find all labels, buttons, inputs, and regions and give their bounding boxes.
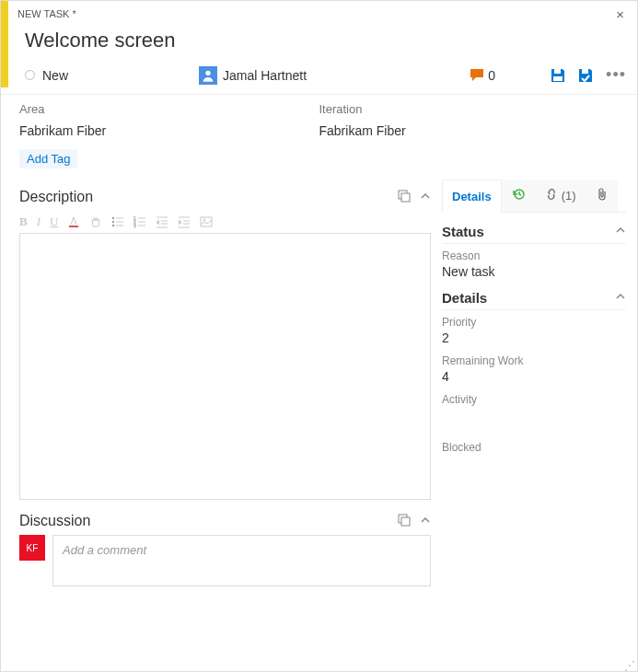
rte-underline-button[interactable]: U: [50, 214, 58, 229]
description-maximize-icon[interactable]: [398, 190, 411, 205]
add-tag-button[interactable]: Add Tag: [19, 149, 77, 168]
blocked-label: Blocked: [442, 441, 626, 454]
rte-italic-button[interactable]: I: [37, 214, 41, 229]
comment-count[interactable]: 0: [470, 68, 495, 83]
svg-text:3: 3: [133, 223, 136, 228]
current-user-avatar: KF: [19, 535, 45, 561]
rte-number-button[interactable]: 123: [133, 215, 146, 228]
svg-point-9: [112, 221, 114, 223]
reason-field[interactable]: New task: [442, 264, 626, 279]
tab-links[interactable]: (1): [535, 180, 586, 212]
remaining-work-field[interactable]: 4: [442, 369, 626, 384]
state-indicator-icon: [25, 70, 35, 80]
discussion-maximize-icon[interactable]: [398, 514, 411, 529]
description-heading: Description: [19, 189, 93, 205]
svg-rect-2: [553, 76, 563, 81]
attachment-icon: [597, 188, 608, 203]
rte-bold-button[interactable]: B: [19, 214, 28, 229]
rte-outdent-button[interactable]: [156, 215, 168, 228]
resize-handle-icon: ⋰: [624, 662, 635, 669]
discussion-heading: Discussion: [19, 513, 90, 529]
tab-attachments[interactable]: [586, 180, 618, 212]
history-icon: [512, 188, 525, 203]
svg-rect-6: [69, 226, 78, 227]
svg-rect-1: [554, 69, 561, 74]
svg-point-0: [205, 70, 210, 75]
assignee-avatar: [199, 66, 217, 85]
activity-label: Activity: [442, 393, 626, 406]
area-field[interactable]: Fabrikam Fiber: [19, 120, 319, 142]
rich-text-toolbar: B I U 123: [19, 211, 431, 233]
comment-input[interactable]: Add a comment: [52, 535, 431, 586]
work-item-title[interactable]: Welcome screen: [25, 29, 619, 52]
priority-label: Priority: [442, 316, 626, 329]
rte-bullet-button[interactable]: [111, 215, 124, 228]
close-button[interactable]: ×: [612, 6, 628, 22]
svg-rect-30: [401, 517, 410, 526]
details-section-heading: Details: [442, 290, 487, 306]
blocked-field[interactable]: [442, 456, 626, 470]
iteration-label: Iteration: [319, 102, 620, 116]
tab-details[interactable]: Details: [442, 180, 502, 213]
rte-fontcolor-button[interactable]: [67, 215, 80, 228]
details-collapse-icon[interactable]: [615, 291, 626, 305]
remaining-work-label: Remaining Work: [442, 354, 626, 367]
svg-point-28: [203, 219, 205, 221]
activity-field[interactable]: [442, 408, 626, 423]
svg-point-7: [112, 217, 114, 219]
rte-clear-button[interactable]: [89, 215, 102, 228]
rte-image-button[interactable]: [200, 215, 213, 228]
assignee-field[interactable]: Jamal Hartnett: [223, 68, 470, 83]
priority-field[interactable]: 2: [442, 330, 626, 345]
status-section-heading: Status: [442, 224, 484, 239]
work-item-type-label: NEW TASK *: [17, 8, 76, 19]
tab-history[interactable]: [502, 180, 535, 212]
svg-rect-5: [401, 193, 410, 202]
more-actions-button[interactable]: •••: [606, 65, 626, 85]
link-icon: [545, 188, 558, 203]
save-and-close-button[interactable]: [578, 68, 593, 83]
description-collapse-icon[interactable]: [420, 191, 431, 204]
status-collapse-icon[interactable]: [615, 225, 626, 238]
rte-indent-button[interactable]: [178, 215, 191, 228]
iteration-field[interactable]: Fabrikam Fiber: [319, 120, 620, 142]
svg-rect-3: [582, 69, 588, 74]
comment-icon: [470, 69, 485, 82]
description-editor[interactable]: [19, 233, 431, 500]
save-button[interactable]: [551, 68, 565, 83]
discussion-collapse-icon[interactable]: [420, 515, 431, 528]
svg-point-11: [112, 225, 114, 226]
state-field[interactable]: New: [42, 68, 199, 83]
area-label: Area: [19, 102, 319, 116]
reason-label: Reason: [442, 249, 626, 262]
